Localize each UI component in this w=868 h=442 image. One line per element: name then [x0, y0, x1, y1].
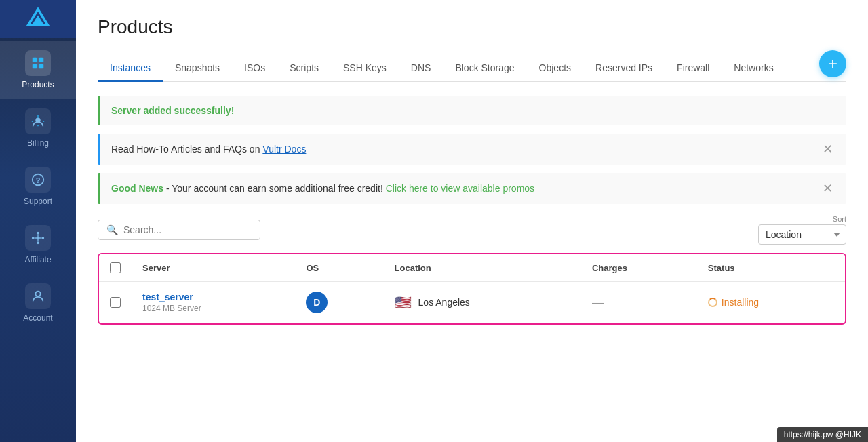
success-alert: Server added successfully!: [98, 96, 846, 125]
svg-point-17: [37, 242, 39, 245]
svg-point-15: [37, 232, 39, 235]
instance-table-wrap: Server OS Location Charges Status: [98, 253, 846, 325]
tab-ssh-keys[interactable]: SSH Keys: [331, 56, 399, 82]
tab-isos[interactable]: ISOs: [232, 56, 277, 82]
promo-alert: Good News - Your account can earn some a…: [98, 173, 846, 204]
location-flag: 🇺🇸: [395, 294, 412, 310]
tab-scripts[interactable]: Scripts: [277, 56, 331, 82]
tab-firewall[interactable]: Firewall: [665, 56, 722, 82]
page-title: Products: [98, 16, 846, 38]
sidebar-label-products: Products: [22, 80, 54, 89]
docs-prefix: Read How-To Articles and FAQs on: [111, 144, 262, 155]
account-icon-wrap: [25, 283, 51, 309]
products-icon-wrap: [25, 50, 51, 76]
sidebar-item-support[interactable]: ? Support: [0, 157, 76, 216]
col-charges: Charges: [581, 254, 697, 282]
affiliate-icon: [31, 230, 45, 245]
promo-link[interactable]: Click here to view available promos: [386, 183, 534, 194]
status-text: Installing: [722, 297, 759, 308]
promo-bold: Good News: [111, 183, 163, 194]
toolbar: 🔍 Sort Location Name Status Charges: [98, 215, 846, 245]
url-bar: https://hijk.pw @HIJK: [777, 427, 868, 442]
location-name: Los Angeles: [418, 297, 470, 308]
server-name[interactable]: test_server: [142, 292, 284, 302]
support-icon: ?: [31, 172, 45, 187]
col-checkbox: [99, 254, 132, 282]
svg-point-11: [32, 237, 35, 239]
billing-icon: [31, 114, 45, 129]
table-header-row: Server OS Location Charges Status: [99, 254, 845, 282]
content-area: Server added successfully! Read How-To A…: [76, 82, 868, 442]
tab-dns[interactable]: DNS: [399, 56, 443, 82]
select-all-checkbox[interactable]: [110, 262, 121, 273]
svg-point-19: [35, 292, 40, 296]
sidebar: Products Billing ? Support: [0, 0, 76, 442]
sidebar-logo: [0, 0, 76, 38]
promo-text: - Your account can earn some additional …: [163, 183, 386, 194]
svg-rect-2: [33, 58, 37, 62]
col-status: Status: [697, 254, 845, 282]
sidebar-label-support: Support: [24, 197, 52, 206]
server-sub: 1024 MB Server: [142, 304, 284, 313]
tab-networks[interactable]: Networks: [722, 56, 785, 82]
sidebar-label-billing: Billing: [27, 138, 49, 148]
search-icon: 🔍: [106, 224, 118, 235]
os-icon: D: [306, 292, 328, 313]
row-status-cell: Installing: [697, 282, 845, 323]
tab-objects[interactable]: Objects: [527, 56, 583, 82]
svg-rect-4: [33, 64, 37, 68]
instance-table: Server OS Location Charges Status: [99, 254, 845, 323]
col-server: Server: [132, 254, 295, 282]
col-location: Location: [384, 254, 581, 282]
svg-point-10: [36, 236, 40, 240]
docs-close-button[interactable]: ✕: [820, 143, 835, 155]
row-location-cell: 🇺🇸 Los Angeles: [384, 282, 581, 323]
main-content: Products Instances Snapshots ISOs Script…: [76, 0, 868, 442]
sort-label: Sort: [833, 215, 846, 223]
search-box[interactable]: 🔍: [98, 220, 260, 240]
sidebar-item-products[interactable]: Products: [0, 41, 76, 99]
status-spinner: [708, 298, 717, 307]
search-input[interactable]: [123, 224, 252, 235]
tab-instances[interactable]: Instances: [98, 56, 163, 82]
svg-rect-5: [39, 64, 43, 68]
charges-value: —: [592, 296, 604, 309]
sidebar-label-account: Account: [23, 313, 52, 323]
vultr-logo-icon: [26, 7, 50, 31]
success-text: Server added successfully!: [111, 105, 234, 116]
row-server-cell: test_server 1024 MB Server: [132, 282, 295, 323]
account-icon: [31, 289, 45, 304]
svg-rect-7: [37, 117, 39, 118]
billing-icon-wrap: [25, 108, 51, 134]
sort-wrap: Sort Location Name Status Charges: [758, 215, 846, 245]
cube-icon: [31, 56, 45, 71]
sidebar-item-account[interactable]: Account: [0, 274, 76, 332]
sidebar-item-affiliate[interactable]: Affiliate: [0, 216, 76, 274]
row-os-cell: D: [295, 282, 383, 323]
sort-select[interactable]: Location Name Status Charges: [758, 224, 846, 245]
row-checkbox[interactable]: [110, 297, 121, 308]
svg-point-12: [42, 237, 45, 239]
tabs-bar: Instances Snapshots ISOs Scripts SSH Key…: [98, 50, 846, 82]
add-instance-button[interactable]: +: [819, 50, 846, 77]
tab-block-storage[interactable]: Block Storage: [443, 56, 526, 82]
table-row: test_server 1024 MB Server D 🇺🇸 Los Ange…: [99, 282, 845, 323]
docs-alert: Read How-To Articles and FAQs on Vultr D…: [98, 134, 846, 165]
row-checkbox-cell: [99, 282, 132, 323]
tab-snapshots[interactable]: Snapshots: [163, 56, 232, 82]
col-os: OS: [295, 254, 383, 282]
svg-rect-3: [39, 58, 43, 62]
sidebar-label-affiliate: Affiliate: [24, 255, 51, 264]
support-icon-wrap: ?: [25, 167, 51, 193]
svg-text:?: ?: [36, 176, 41, 184]
sidebar-item-billing[interactable]: Billing: [0, 99, 76, 157]
page-header: Products Instances Snapshots ISOs Script…: [76, 0, 868, 82]
promo-close-button[interactable]: ✕: [820, 182, 835, 195]
affiliate-icon-wrap: [25, 225, 51, 251]
row-charges-cell: —: [581, 282, 697, 323]
vultr-docs-link[interactable]: Vultr Docs: [262, 144, 306, 155]
tab-reserved-ips[interactable]: Reserved IPs: [583, 56, 665, 82]
